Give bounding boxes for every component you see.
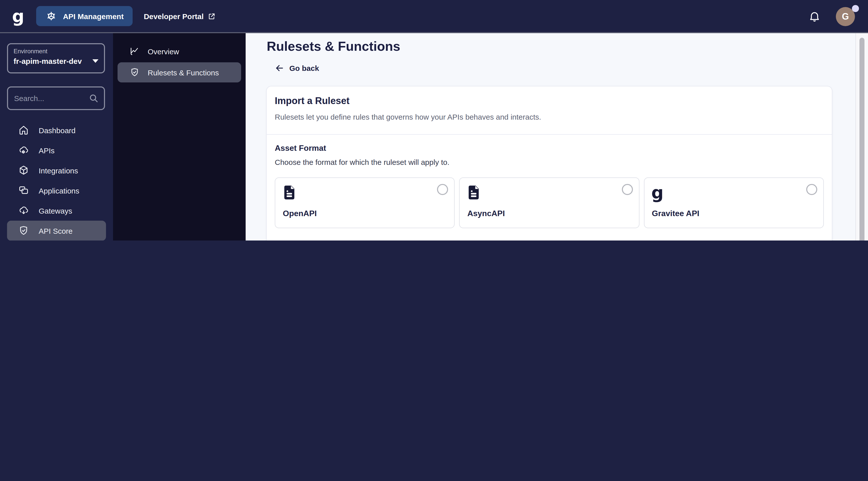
cloud-download-icon <box>18 205 29 216</box>
top-bar: g API Management Developer Portal <box>0 0 868 33</box>
asset-format-title: Asset Format <box>275 144 824 153</box>
developer-portal-label: Developer Portal <box>144 12 204 20</box>
go-back-button[interactable]: Go back <box>275 63 319 73</box>
environment-label: Environment <box>13 48 98 55</box>
asyncapi-radio[interactable] <box>622 184 633 195</box>
environment-selector[interactable]: Environment fr-apim-master-dev <box>7 43 105 73</box>
app-root: g API Management Developer Portal <box>0 0 868 241</box>
subnav-item-overview[interactable]: Overview <box>118 41 241 61</box>
gravitee-logo-icon: g <box>651 185 816 200</box>
format-card-gravitee-api[interactable]: g Gravitee API <box>644 177 824 228</box>
notifications-bell-icon[interactable] <box>808 10 821 22</box>
format-label: Gravitee API <box>652 209 699 218</box>
environment-value: fr-apim-master-dev <box>13 57 82 65</box>
format-label: OpenAPI <box>283 209 317 218</box>
import-ruleset-title: Import a Ruleset <box>275 95 824 107</box>
avatar-status-dot <box>852 5 859 12</box>
asset-format-options: OpenAPI AsyncAPI g Gravitee API <box>275 177 824 228</box>
scrollbar-track[interactable] <box>856 33 868 241</box>
external-link-icon <box>208 12 216 20</box>
sidebar-nav: Dashboard APIs Integrations Applications… <box>0 120 113 241</box>
topbar-right-group: G <box>808 0 868 32</box>
scrollbar-thumb[interactable] <box>860 38 865 241</box>
format-card-asyncapi[interactable]: AsyncAPI <box>459 177 640 228</box>
format-card-openapi[interactable]: OpenAPI <box>275 177 455 228</box>
windows-icon <box>18 185 29 196</box>
import-ruleset-subtitle: Rulesets let you define rules that gover… <box>275 113 824 121</box>
card-divider <box>267 134 832 135</box>
subnav-item-rulesets-functions[interactable]: Rulesets & Functions <box>118 62 241 83</box>
cloud-gear-icon <box>18 145 29 156</box>
format-label: AsyncAPI <box>467 209 505 218</box>
sidebar-item-apis[interactable]: APIs <box>7 140 106 160</box>
sidebar-item-applications[interactable]: Applications <box>7 180 106 201</box>
secondary-sidebar: Overview Rulesets & Functions <box>113 33 246 241</box>
home-icon <box>18 125 29 136</box>
user-avatar[interactable]: G <box>836 5 858 27</box>
main-content: Rulesets & Functions Go back Import a Ru… <box>246 33 868 241</box>
document-icon <box>467 185 481 200</box>
asset-format-desc: Choose the format for which the ruleset … <box>275 158 824 167</box>
sidebar-item-dashboard[interactable]: Dashboard <box>7 120 106 140</box>
chevron-down-icon <box>92 59 98 63</box>
openapi-radio[interactable] <box>437 184 448 195</box>
shield-check-icon <box>130 67 140 78</box>
sidebar-search[interactable] <box>7 86 105 110</box>
gravitee-api-radio[interactable] <box>806 184 817 195</box>
apim-gear-icon <box>45 10 58 22</box>
search-input[interactable] <box>8 94 88 102</box>
line-chart-icon <box>130 46 140 56</box>
import-ruleset-card: Import a Ruleset Rulesets let you define… <box>266 86 832 241</box>
api-management-button[interactable]: API Management <box>36 6 133 26</box>
api-management-label: API Management <box>63 12 124 20</box>
back-arrow-icon <box>275 63 284 73</box>
developer-portal-link[interactable]: Developer Portal <box>144 12 216 20</box>
sidebar-item-integrations[interactable]: Integrations <box>7 160 106 180</box>
page-title: Rulesets & Functions <box>267 36 868 56</box>
primary-sidebar: Environment fr-apim-master-dev Dashboard… <box>0 33 113 241</box>
sidebar-item-api-score[interactable]: API Score <box>7 221 106 241</box>
sidebar-item-gateways[interactable]: Gateways <box>7 201 106 221</box>
shield-check-icon <box>18 225 29 236</box>
gravitee-logo-icon: g <box>12 7 24 25</box>
document-icon <box>282 185 297 200</box>
search-icon <box>88 93 99 103</box>
cube-icon <box>18 165 29 176</box>
